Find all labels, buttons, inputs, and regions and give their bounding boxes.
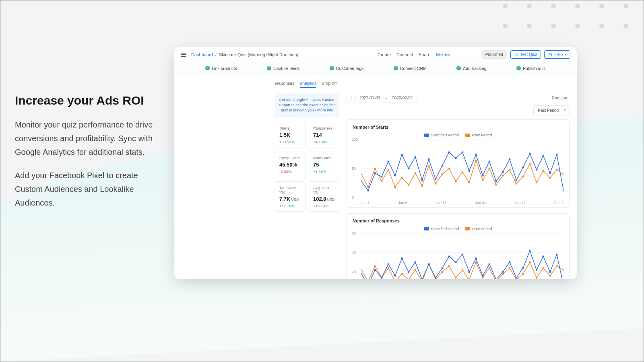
ga-more-info-link[interactable]: more info xyxy=(317,108,333,112)
hamburger-icon[interactable] xyxy=(181,53,186,57)
kpi-starts: Starts 1.5K +39.52% xyxy=(275,122,305,148)
svg-point-49 xyxy=(448,151,450,153)
edit-icon xyxy=(514,53,518,57)
svg-point-115 xyxy=(448,255,450,257)
chart-legend: Specified Period Past Period xyxy=(353,133,564,137)
compare-select[interactable]: Past Period xyxy=(533,105,570,115)
check-icon xyxy=(456,66,461,70)
svg-point-95 xyxy=(522,273,524,275)
help-button[interactable]: ? Help ▾ xyxy=(544,50,570,59)
svg-point-100 xyxy=(556,265,558,267)
svg-point-64 xyxy=(549,172,551,174)
svg-point-119 xyxy=(475,257,477,259)
chart-starts: Number of Starts Specified Period Past P… xyxy=(347,119,570,208)
svg-point-109 xyxy=(408,271,410,273)
svg-point-125 xyxy=(515,277,517,279)
svg-point-45 xyxy=(421,179,423,181)
kpi-label: Comp. Rate xyxy=(279,156,301,160)
svg-point-33 xyxy=(549,177,551,179)
kpi-delta: +40.00% xyxy=(313,140,335,144)
marketing-p2: Add your Facebook Pixel to create Custom… xyxy=(15,169,164,210)
check-icon xyxy=(267,66,271,70)
svg-point-38 xyxy=(374,172,376,174)
check-connect-crm[interactable]: Connect CRM xyxy=(394,66,427,71)
svg-point-17 xyxy=(441,173,443,175)
svg-point-23 xyxy=(482,179,484,181)
nav-share[interactable]: Share xyxy=(419,52,430,57)
svg-point-96 xyxy=(529,261,531,263)
svg-point-71 xyxy=(361,269,362,271)
help-label: Help xyxy=(554,52,563,57)
kpi-value: 1.5K xyxy=(279,132,301,138)
kpi-label: Responses xyxy=(313,126,335,130)
chevron-down-icon: ▾ xyxy=(565,53,566,56)
svg-point-7 xyxy=(374,168,376,170)
top-nav: Create Connect Share Metrics xyxy=(329,52,450,57)
svg-point-26 xyxy=(502,175,504,177)
subtab-dropoff[interactable]: drop-off xyxy=(322,81,336,88)
svg-point-31 xyxy=(536,181,538,183)
calendar-icon xyxy=(351,96,355,100)
svg-text:?: ? xyxy=(550,53,551,56)
svg-point-47 xyxy=(435,178,437,180)
charts-column: 2022-01-03 → 2022-02-02 Compare: Past Pe… xyxy=(347,93,570,279)
date-to: 2022-02-02 xyxy=(392,96,413,100)
svg-point-30 xyxy=(529,163,531,165)
nav-create[interactable]: Create xyxy=(378,52,391,57)
svg-point-60 xyxy=(522,167,524,169)
subtab-responses[interactable]: responses xyxy=(275,81,294,88)
svg-point-84 xyxy=(448,265,450,267)
svg-point-57 xyxy=(502,171,504,173)
svg-point-54 xyxy=(482,175,484,177)
nav-metrics[interactable]: Metrics xyxy=(436,52,450,57)
svg-point-14 xyxy=(421,185,423,187)
svg-point-40 xyxy=(388,160,390,162)
check-icon xyxy=(330,66,334,70)
chart-responses: Number of Responses Specified Period Pas… xyxy=(347,213,570,279)
kpi-delta: +39.52% xyxy=(279,140,301,144)
check-link-products[interactable]: Link products xyxy=(205,66,237,71)
svg-point-48 xyxy=(441,165,443,167)
topbar-actions: Published Test Quiz ? Help ▾ xyxy=(481,50,570,59)
marketing-heading: Increase your Ads ROI xyxy=(15,94,164,107)
analytics-body: Get our Google Analytics Custom Report t… xyxy=(174,91,577,279)
svg-point-18 xyxy=(448,168,450,170)
svg-point-21 xyxy=(468,181,470,183)
compare-value: Past Period xyxy=(538,108,559,113)
check-label: Connect CRM xyxy=(400,66,427,71)
nav-connect[interactable]: Connect xyxy=(396,52,413,57)
kpi-num-carts: Num Carts 75 +1.35% xyxy=(309,152,339,178)
date-from: 2022-01-03 xyxy=(359,96,380,100)
svg-point-108 xyxy=(401,257,403,259)
svg-point-55 xyxy=(489,160,491,162)
kpi-comp-rate: Comp. Rate 45.50% -5.56% xyxy=(275,152,305,178)
svg-point-75 xyxy=(388,267,390,269)
metrics-subtabs: responses analytics drop-off xyxy=(174,74,577,91)
check-add-tracking[interactable]: Add tracking xyxy=(456,66,486,71)
svg-point-126 xyxy=(522,267,524,269)
svg-point-15 xyxy=(428,165,430,167)
svg-point-32 xyxy=(542,170,544,172)
check-publish-quiz[interactable]: Publish quiz xyxy=(516,66,546,71)
subtab-analytics[interactable]: analytics xyxy=(300,81,316,88)
svg-point-56 xyxy=(495,180,497,182)
svg-point-77 xyxy=(401,273,403,275)
breadcrumb-dashboard[interactable]: Dashboard xyxy=(191,52,213,57)
svg-point-120 xyxy=(482,275,484,277)
svg-point-114 xyxy=(441,267,443,269)
test-quiz-button[interactable]: Test Quiz xyxy=(510,50,541,59)
svg-point-12 xyxy=(408,184,410,186)
check-customer-tags[interactable]: Customer tags xyxy=(330,66,363,71)
check-capture-leads[interactable]: Capture leads xyxy=(267,66,299,71)
ga-callout: Get our Google Analytics Custom Report t… xyxy=(275,93,339,117)
svg-point-51 xyxy=(462,151,464,153)
svg-point-63 xyxy=(542,155,544,157)
svg-point-131 xyxy=(556,253,558,255)
topbar: Dashboard / Skincare Quiz (Morning+Night… xyxy=(174,47,577,62)
svg-point-116 xyxy=(455,261,457,263)
svg-point-6 xyxy=(367,186,369,188)
svg-point-129 xyxy=(542,255,544,257)
date-range-picker[interactable]: 2022-01-03 → 2022-02-02 xyxy=(347,93,417,103)
analytics-controls: 2022-01-03 → 2022-02-02 Compare: xyxy=(347,93,570,103)
svg-point-90 xyxy=(489,267,491,269)
